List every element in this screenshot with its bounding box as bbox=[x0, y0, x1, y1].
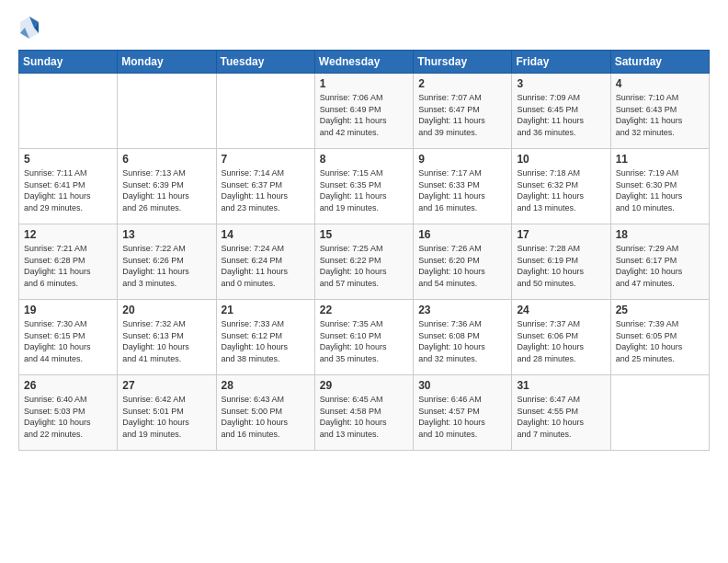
header-cell-saturday: Saturday bbox=[610, 51, 709, 74]
day-info: Sunrise: 6:42 AM Sunset: 5:01 PM Dayligh… bbox=[122, 394, 210, 440]
day-info: Sunrise: 7:15 AM Sunset: 6:35 PM Dayligh… bbox=[320, 167, 408, 213]
day-info: Sunrise: 7:28 AM Sunset: 6:19 PM Dayligh… bbox=[517, 243, 605, 289]
day-info: Sunrise: 7:10 AM Sunset: 6:43 PM Dayligh… bbox=[616, 92, 704, 138]
calendar-table: SundayMondayTuesdayWednesdayThursdayFrid… bbox=[18, 50, 710, 451]
day-cell: 25Sunrise: 7:39 AM Sunset: 6:05 PM Dayli… bbox=[610, 300, 709, 375]
day-cell: 24Sunrise: 7:37 AM Sunset: 6:06 PM Dayli… bbox=[512, 300, 610, 375]
day-info: Sunrise: 7:25 AM Sunset: 6:22 PM Dayligh… bbox=[320, 243, 408, 289]
day-number: 6 bbox=[122, 153, 210, 166]
day-number: 13 bbox=[122, 228, 210, 241]
day-number: 22 bbox=[320, 304, 408, 316]
day-cell: 1Sunrise: 7:06 AM Sunset: 6:49 PM Daylig… bbox=[314, 74, 413, 149]
day-info: Sunrise: 7:24 AM Sunset: 6:24 PM Dayligh… bbox=[222, 243, 310, 289]
header-cell-thursday: Thursday bbox=[414, 51, 512, 74]
day-number: 1 bbox=[320, 77, 408, 90]
logo-icon bbox=[18, 15, 40, 40]
day-info: Sunrise: 7:33 AM Sunset: 6:12 PM Dayligh… bbox=[222, 318, 310, 364]
header-cell-tuesday: Tuesday bbox=[216, 51, 314, 74]
day-number: 24 bbox=[517, 304, 605, 316]
header-cell-sunday: Sunday bbox=[19, 51, 118, 74]
day-number: 26 bbox=[24, 379, 112, 392]
day-cell: 3Sunrise: 7:09 AM Sunset: 6:45 PM Daylig… bbox=[512, 74, 610, 149]
day-info: Sunrise: 6:43 AM Sunset: 5:00 PM Dayligh… bbox=[222, 394, 310, 440]
day-number: 21 bbox=[222, 304, 310, 316]
day-number: 9 bbox=[418, 153, 506, 166]
day-cell: 30Sunrise: 6:46 AM Sunset: 4:57 PM Dayli… bbox=[414, 375, 512, 451]
day-cell: 21Sunrise: 7:33 AM Sunset: 6:12 PM Dayli… bbox=[216, 300, 314, 375]
day-info: Sunrise: 7:13 AM Sunset: 6:39 PM Dayligh… bbox=[122, 167, 210, 213]
day-info: Sunrise: 7:06 AM Sunset: 6:49 PM Dayligh… bbox=[320, 92, 408, 138]
day-number: 17 bbox=[517, 228, 605, 241]
day-info: Sunrise: 7:35 AM Sunset: 6:10 PM Dayligh… bbox=[320, 318, 408, 364]
day-cell bbox=[118, 74, 216, 149]
day-number: 3 bbox=[517, 77, 605, 90]
day-number: 30 bbox=[418, 379, 506, 392]
day-info: Sunrise: 7:22 AM Sunset: 6:26 PM Dayligh… bbox=[122, 243, 210, 289]
day-info: Sunrise: 7:07 AM Sunset: 6:47 PM Dayligh… bbox=[418, 92, 506, 138]
day-number: 29 bbox=[320, 379, 408, 392]
day-number: 12 bbox=[24, 228, 112, 241]
day-cell: 11Sunrise: 7:19 AM Sunset: 6:30 PM Dayli… bbox=[610, 149, 709, 224]
day-cell: 9Sunrise: 7:17 AM Sunset: 6:33 PM Daylig… bbox=[414, 149, 512, 224]
calendar-header: SundayMondayTuesdayWednesdayThursdayFrid… bbox=[19, 51, 710, 74]
day-number: 20 bbox=[122, 304, 210, 316]
day-info: Sunrise: 7:37 AM Sunset: 6:06 PM Dayligh… bbox=[517, 318, 605, 364]
week-row-2: 12Sunrise: 7:21 AM Sunset: 6:28 PM Dayli… bbox=[19, 224, 710, 300]
day-number: 28 bbox=[222, 379, 310, 392]
header-row: SundayMondayTuesdayWednesdayThursdayFrid… bbox=[19, 51, 710, 74]
calendar-body: 1Sunrise: 7:06 AM Sunset: 6:49 PM Daylig… bbox=[19, 74, 710, 451]
day-info: Sunrise: 7:11 AM Sunset: 6:41 PM Dayligh… bbox=[24, 167, 112, 213]
day-number: 16 bbox=[418, 228, 506, 241]
day-number: 19 bbox=[24, 304, 112, 316]
day-number: 5 bbox=[24, 153, 112, 166]
day-cell: 17Sunrise: 7:28 AM Sunset: 6:19 PM Dayli… bbox=[512, 224, 610, 300]
day-number: 18 bbox=[616, 228, 704, 241]
day-info: Sunrise: 7:30 AM Sunset: 6:15 PM Dayligh… bbox=[24, 318, 112, 364]
week-row-4: 26Sunrise: 6:40 AM Sunset: 5:03 PM Dayli… bbox=[19, 375, 710, 451]
day-info: Sunrise: 7:36 AM Sunset: 6:08 PM Dayligh… bbox=[418, 318, 506, 364]
day-cell: 20Sunrise: 7:32 AM Sunset: 6:13 PM Dayli… bbox=[118, 300, 216, 375]
day-info: Sunrise: 7:18 AM Sunset: 6:32 PM Dayligh… bbox=[517, 167, 605, 213]
day-number: 15 bbox=[320, 228, 408, 241]
header-cell-monday: Monday bbox=[118, 51, 216, 74]
week-row-0: 1Sunrise: 7:06 AM Sunset: 6:49 PM Daylig… bbox=[19, 74, 710, 149]
day-cell: 18Sunrise: 7:29 AM Sunset: 6:17 PM Dayli… bbox=[610, 224, 709, 300]
page-header bbox=[18, 15, 710, 40]
day-info: Sunrise: 7:26 AM Sunset: 6:20 PM Dayligh… bbox=[418, 243, 506, 289]
day-info: Sunrise: 7:39 AM Sunset: 6:05 PM Dayligh… bbox=[616, 318, 704, 364]
day-cell bbox=[216, 74, 314, 149]
day-info: Sunrise: 7:21 AM Sunset: 6:28 PM Dayligh… bbox=[24, 243, 112, 289]
day-cell: 19Sunrise: 7:30 AM Sunset: 6:15 PM Dayli… bbox=[19, 300, 118, 375]
logo bbox=[18, 15, 44, 40]
day-cell: 2Sunrise: 7:07 AM Sunset: 6:47 PM Daylig… bbox=[414, 74, 512, 149]
day-cell: 14Sunrise: 7:24 AM Sunset: 6:24 PM Dayli… bbox=[216, 224, 314, 300]
day-cell: 22Sunrise: 7:35 AM Sunset: 6:10 PM Dayli… bbox=[314, 300, 413, 375]
day-cell: 31Sunrise: 6:47 AM Sunset: 4:55 PM Dayli… bbox=[512, 375, 610, 451]
day-info: Sunrise: 6:40 AM Sunset: 5:03 PM Dayligh… bbox=[24, 394, 112, 440]
day-cell: 13Sunrise: 7:22 AM Sunset: 6:26 PM Dayli… bbox=[118, 224, 216, 300]
day-cell: 7Sunrise: 7:14 AM Sunset: 6:37 PM Daylig… bbox=[216, 149, 314, 224]
day-number: 23 bbox=[418, 304, 506, 316]
day-info: Sunrise: 7:17 AM Sunset: 6:33 PM Dayligh… bbox=[418, 167, 506, 213]
day-number: 10 bbox=[517, 153, 605, 166]
day-cell bbox=[610, 375, 709, 451]
day-cell: 16Sunrise: 7:26 AM Sunset: 6:20 PM Dayli… bbox=[414, 224, 512, 300]
day-cell: 6Sunrise: 7:13 AM Sunset: 6:39 PM Daylig… bbox=[118, 149, 216, 224]
week-row-3: 19Sunrise: 7:30 AM Sunset: 6:15 PM Dayli… bbox=[19, 300, 710, 375]
day-cell: 15Sunrise: 7:25 AM Sunset: 6:22 PM Dayli… bbox=[314, 224, 413, 300]
day-cell: 23Sunrise: 7:36 AM Sunset: 6:08 PM Dayli… bbox=[414, 300, 512, 375]
day-cell: 28Sunrise: 6:43 AM Sunset: 5:00 PM Dayli… bbox=[216, 375, 314, 451]
day-cell: 29Sunrise: 6:45 AM Sunset: 4:58 PM Dayli… bbox=[314, 375, 413, 451]
day-cell: 10Sunrise: 7:18 AM Sunset: 6:32 PM Dayli… bbox=[512, 149, 610, 224]
day-number: 14 bbox=[222, 228, 310, 241]
day-cell: 4Sunrise: 7:10 AM Sunset: 6:43 PM Daylig… bbox=[610, 74, 709, 149]
day-number: 8 bbox=[320, 153, 408, 166]
day-number: 11 bbox=[616, 153, 704, 166]
day-number: 31 bbox=[517, 379, 605, 392]
day-cell: 27Sunrise: 6:42 AM Sunset: 5:01 PM Dayli… bbox=[118, 375, 216, 451]
day-cell: 8Sunrise: 7:15 AM Sunset: 6:35 PM Daylig… bbox=[314, 149, 413, 224]
day-number: 25 bbox=[616, 304, 704, 316]
day-number: 2 bbox=[418, 77, 506, 90]
day-number: 27 bbox=[122, 379, 210, 392]
day-info: Sunrise: 7:19 AM Sunset: 6:30 PM Dayligh… bbox=[616, 167, 704, 213]
